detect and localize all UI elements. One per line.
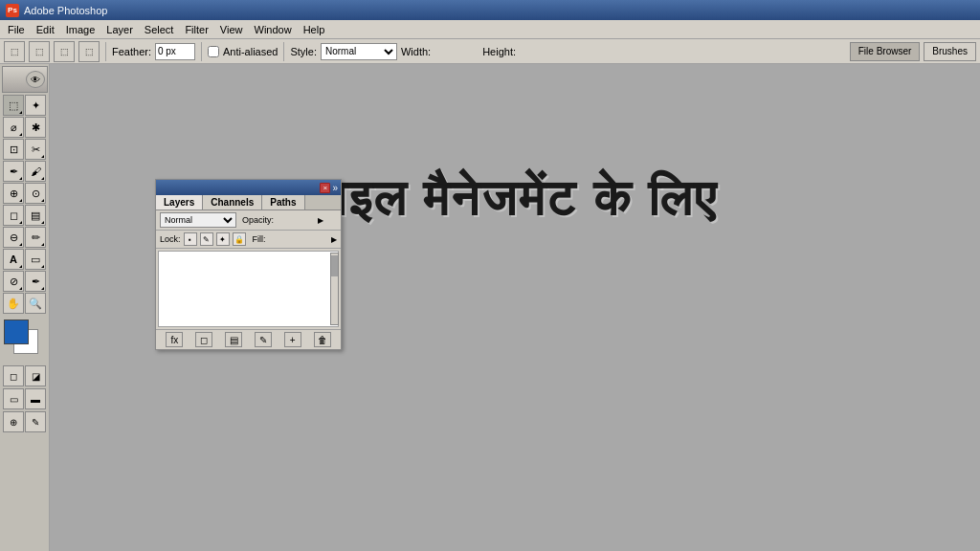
tool-panel-header: 👁 bbox=[2, 66, 48, 93]
text-tool-btn[interactable]: A bbox=[3, 249, 24, 270]
quick-mask-btn[interactable]: ◪ bbox=[25, 365, 46, 386]
gradient-tool-btn[interactable]: ▤ bbox=[25, 205, 46, 226]
hand-icon: ✋ bbox=[7, 298, 20, 310]
move-tool-btn[interactable]: ✦ bbox=[25, 95, 46, 116]
menu-edit[interactable]: Edit bbox=[31, 22, 60, 37]
crop-icon: ⊡ bbox=[10, 143, 18, 156]
brushes-btn[interactable]: Brushes bbox=[924, 42, 976, 61]
history-icon: ⊙ bbox=[32, 187, 40, 200]
menu-view[interactable]: View bbox=[214, 22, 249, 37]
layers-footer: fx ◻ ▤ ✎ + 🗑 bbox=[156, 329, 341, 349]
main-area: 👁 ⬚ ✦ ⌀ ✱ ⊡ ✂ bbox=[0, 64, 980, 551]
canvas-area: फाइल मैनेजमेंट के लिए × » Layers Channel… bbox=[50, 64, 980, 551]
hand-tool-btn[interactable]: ✋ bbox=[3, 293, 24, 314]
blend-mode-select[interactable]: Normal Multiply Screen bbox=[160, 212, 236, 228]
edit-in-btn[interactable]: ✎ bbox=[25, 411, 46, 432]
tool-mode-btn-1[interactable]: ⬚ bbox=[4, 41, 25, 62]
eraser-tool-btn[interactable]: ◻ bbox=[3, 205, 24, 226]
delete-layer-btn[interactable]: 🗑 bbox=[314, 332, 331, 347]
menu-select[interactable]: Select bbox=[139, 22, 180, 37]
notes-icon: ⊘ bbox=[10, 276, 18, 288]
separator-1 bbox=[105, 42, 106, 61]
layers-panel-titlebar: × » bbox=[156, 180, 341, 195]
full-screen-btn[interactable]: ▬ bbox=[25, 388, 46, 409]
lasso-tool-btn[interactable]: ⌀ bbox=[3, 117, 24, 138]
menu-help[interactable]: Help bbox=[298, 22, 331, 37]
lock-position-btn[interactable]: ✦ bbox=[216, 232, 230, 246]
wand-icon: ✱ bbox=[32, 121, 40, 134]
menu-image[interactable]: Image bbox=[60, 22, 101, 37]
layers-scrollbar[interactable] bbox=[330, 253, 339, 325]
layers-tabs: Layers Channels Paths bbox=[156, 195, 341, 210]
fill-control: ▶ bbox=[331, 235, 337, 244]
clone-tool-btn[interactable]: ⊕ bbox=[3, 183, 24, 204]
separator-3 bbox=[283, 42, 284, 61]
move-icon: ✦ bbox=[32, 99, 40, 112]
layer-mask-btn[interactable]: ◻ bbox=[195, 332, 212, 347]
heal-tool-btn[interactable]: ✒ bbox=[3, 161, 24, 182]
lock-transparent-btn[interactable]: ▪ bbox=[184, 232, 197, 246]
heal-icon: ✒ bbox=[10, 165, 18, 178]
antialias-checkbox[interactable] bbox=[208, 46, 219, 57]
eyedropper-icon: ✒ bbox=[32, 276, 40, 288]
history-tool-btn[interactable]: ⊙ bbox=[25, 183, 46, 204]
eyedropper-tool-btn[interactable]: ✒ bbox=[25, 271, 46, 292]
text-icon: A bbox=[10, 253, 17, 265]
feather-input[interactable] bbox=[155, 43, 195, 60]
height-label: Height: bbox=[482, 46, 516, 57]
fill-arrow[interactable]: ▶ bbox=[331, 235, 337, 244]
new-layer-btn[interactable]: + bbox=[284, 332, 301, 347]
tab-paths[interactable]: Paths bbox=[262, 195, 304, 209]
menu-filter[interactable]: Filter bbox=[179, 22, 213, 37]
slice-icon: ✂ bbox=[32, 143, 40, 156]
lock-all-btn[interactable]: 🔒 bbox=[233, 232, 246, 246]
menu-file[interactable]: File bbox=[2, 22, 31, 37]
tool-mode-btn-2[interactable]: ⬚ bbox=[29, 41, 50, 62]
crop-tool-btn[interactable]: ⊡ bbox=[3, 139, 24, 160]
magic-wand-btn[interactable]: ✱ bbox=[25, 117, 46, 138]
file-browser-btn[interactable]: File Browser bbox=[850, 42, 921, 61]
view-tools-row: ▭ ▬ bbox=[3, 388, 46, 409]
menu-bar: File Edit Image Layer Select Filter View… bbox=[0, 20, 980, 39]
layers-expand-btn[interactable]: » bbox=[332, 183, 338, 193]
brush-icon: 🖌 bbox=[31, 165, 41, 177]
opacity-control: ▶ bbox=[276, 216, 323, 225]
zoom-tool-btn[interactable]: 🔍 bbox=[25, 293, 46, 314]
opacity-arrow[interactable]: ▶ bbox=[318, 216, 323, 225]
style-label: Style: bbox=[290, 46, 317, 57]
marquee-tool-btn[interactable]: ⬚ bbox=[3, 95, 24, 116]
standard-screen-btn[interactable]: ▭ bbox=[3, 388, 24, 409]
style-select[interactable]: Normal Fixed Aspect Ratio Fixed Size bbox=[321, 43, 397, 60]
standard-mode-btn[interactable]: ◻ bbox=[3, 365, 24, 386]
tab-channels[interactable]: Channels bbox=[203, 195, 262, 209]
shape-tool-btn[interactable]: ▭ bbox=[25, 249, 46, 270]
dodge-tool-btn[interactable]: ⊖ bbox=[3, 227, 24, 248]
notes-tool-btn[interactable]: ⊘ bbox=[3, 271, 24, 292]
tool-mode-btn-4[interactable]: ⬚ bbox=[78, 41, 100, 62]
layers-close-btn[interactable]: × bbox=[320, 183, 330, 193]
tool-mode-btn-3[interactable]: ⬚ bbox=[54, 41, 75, 62]
layers-panel: × » Layers Channels Paths Normal Multipl… bbox=[155, 179, 342, 350]
menu-layer[interactable]: Layer bbox=[100, 22, 139, 37]
app-icon: Ps bbox=[6, 4, 19, 17]
brush-tool-btn[interactable]: 🖌 bbox=[25, 161, 46, 182]
layer-group-btn[interactable]: ▤ bbox=[225, 332, 242, 347]
app-title: Adobe Photoshop bbox=[24, 5, 107, 16]
tab-layers[interactable]: Layers bbox=[156, 195, 203, 209]
menu-window[interactable]: Window bbox=[249, 22, 298, 37]
layer-style-btn[interactable]: ✎ bbox=[255, 332, 272, 347]
jump-to-btn[interactable]: ⊕ bbox=[3, 411, 24, 432]
shape-icon: ▭ bbox=[31, 253, 40, 266]
bottom-tools-row: ⊕ ✎ bbox=[3, 411, 46, 432]
color-swatches bbox=[4, 320, 46, 362]
width-label: Width: bbox=[401, 46, 431, 57]
layer-fx-btn[interactable]: fx bbox=[166, 332, 183, 347]
foreground-color-swatch[interactable] bbox=[4, 320, 29, 344]
eye-icon: 👁 bbox=[26, 71, 45, 88]
title-bar: Ps Adobe Photoshop bbox=[0, 0, 980, 20]
slice-tool-btn[interactable]: ✂ bbox=[25, 139, 46, 160]
lock-image-btn[interactable]: ✎ bbox=[200, 232, 213, 246]
zoom-icon: 🔍 bbox=[29, 298, 42, 310]
pen-tool-btn[interactable]: ✏ bbox=[25, 227, 46, 248]
mask-tools-row: ◻ ◪ bbox=[3, 365, 46, 386]
